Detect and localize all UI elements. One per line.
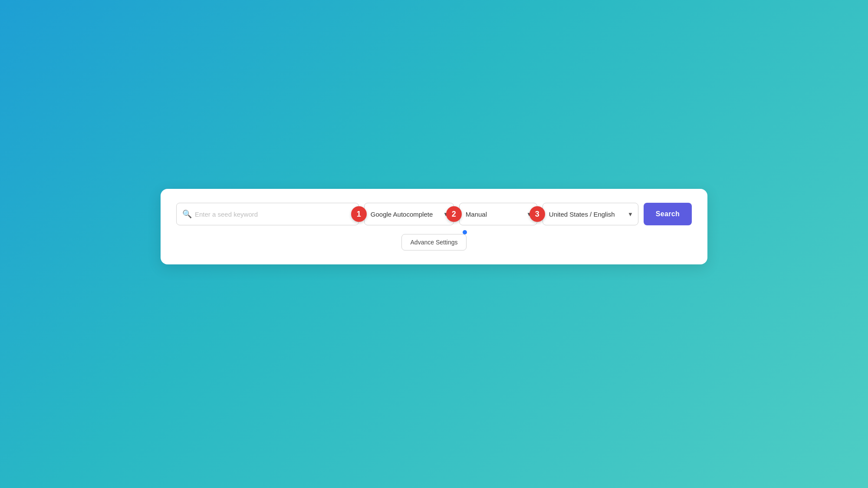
advance-settings-button[interactable]: Advance Settings	[401, 234, 467, 251]
main-card: 🔍 1 Google Autocomplete Bing Autocomplet…	[161, 189, 707, 264]
step-badge-2: 2	[446, 206, 462, 222]
mode-dropdown-wrapper: Manual Automatic ▼ 3	[459, 203, 537, 225]
mode-dropdown[interactable]: Manual Automatic	[459, 203, 537, 225]
step-badge-1: 1	[351, 206, 367, 222]
language-dropdown[interactable]: United States / English United Kingdom /…	[542, 203, 638, 225]
seed-keyword-input[interactable]	[176, 203, 359, 225]
autocomplete-dropdown-wrapper: Google Autocomplete Bing Autocomplete Yo…	[364, 203, 454, 225]
bottom-row: Advance Settings	[176, 234, 692, 251]
top-row: 🔍 1 Google Autocomplete Bing Autocomplet…	[176, 203, 692, 225]
search-button[interactable]: Search	[644, 203, 692, 225]
language-dropdown-wrapper: United States / English United Kingdom /…	[542, 203, 638, 225]
seed-keyword-wrapper: 🔍 1	[176, 203, 359, 225]
autocomplete-dropdown[interactable]: Google Autocomplete Bing Autocomplete Yo…	[364, 203, 454, 225]
step-badge-3: 3	[529, 206, 545, 222]
